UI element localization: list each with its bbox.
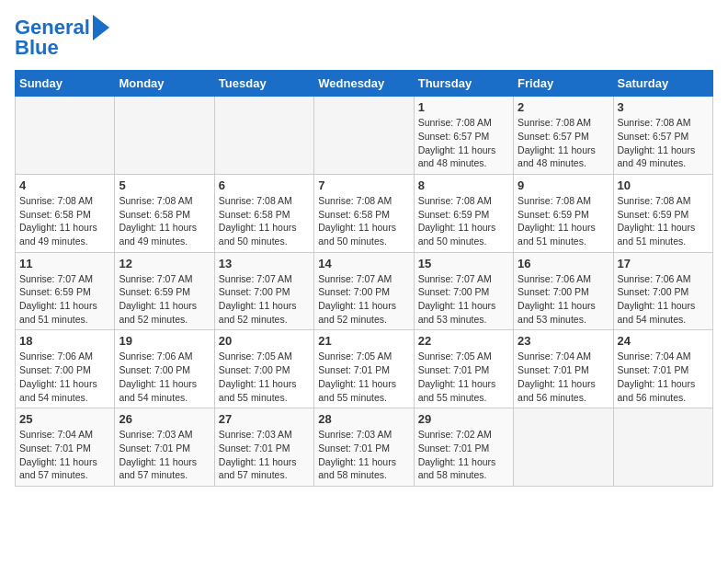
calendar-day-28: 28Sunrise: 7:03 AMSunset: 7:01 PMDayligh…: [314, 408, 414, 487]
day-number: 4: [19, 178, 110, 192]
calendar-week-row: 11Sunrise: 7:07 AMSunset: 6:59 PMDayligh…: [16, 252, 713, 330]
day-number: 26: [119, 412, 210, 426]
day-info: Sunrise: 7:07 AMSunset: 7:00 PMDaylight:…: [418, 272, 509, 327]
day-number: 25: [19, 412, 110, 426]
calendar-day-12: 12Sunrise: 7:07 AMSunset: 6:59 PMDayligh…: [115, 252, 214, 330]
calendar-day-16: 16Sunrise: 7:06 AMSunset: 7:00 PMDayligh…: [514, 252, 613, 330]
day-number: 23: [518, 334, 609, 348]
day-number: 21: [318, 334, 409, 348]
day-info: Sunrise: 7:07 AMSunset: 7:00 PMDaylight:…: [318, 272, 409, 327]
calendar-day-17: 17Sunrise: 7:06 AMSunset: 7:00 PMDayligh…: [613, 252, 712, 330]
calendar-day-29: 29Sunrise: 7:02 AMSunset: 7:01 PMDayligh…: [414, 408, 513, 487]
day-info: Sunrise: 7:06 AMSunset: 7:00 PMDaylight:…: [518, 272, 609, 327]
calendar-day-1: 1Sunrise: 7:08 AMSunset: 6:57 PMDaylight…: [414, 97, 513, 175]
day-info: Sunrise: 7:08 AMSunset: 6:58 PMDaylight:…: [119, 194, 210, 248]
day-number: 12: [119, 257, 210, 270]
calendar-day-10: 10Sunrise: 7:08 AMSunset: 6:59 PMDayligh…: [613, 174, 712, 252]
day-info: Sunrise: 7:07 AMSunset: 6:59 PMDaylight:…: [19, 272, 110, 327]
day-number: 13: [219, 257, 310, 270]
day-number: 6: [219, 178, 310, 192]
calendar-day-23: 23Sunrise: 7:04 AMSunset: 7:01 PMDayligh…: [514, 330, 613, 408]
day-info: Sunrise: 7:08 AMSunset: 6:59 PMDaylight:…: [618, 194, 709, 248]
day-info: Sunrise: 7:08 AMSunset: 6:59 PMDaylight:…: [418, 194, 509, 248]
calendar-header-row: SundayMondayTuesdayWednesdayThursdayFrid…: [16, 71, 713, 97]
calendar-day-15: 15Sunrise: 7:07 AMSunset: 7:00 PMDayligh…: [414, 252, 513, 330]
day-info: Sunrise: 7:07 AMSunset: 7:00 PMDaylight:…: [219, 272, 310, 327]
calendar-day-2: 2Sunrise: 7:08 AMSunset: 6:57 PMDaylight…: [514, 97, 613, 175]
weekday-header-friday: Friday: [514, 71, 613, 97]
day-number: 2: [518, 100, 609, 114]
calendar-day-5: 5Sunrise: 7:08 AMSunset: 6:58 PMDaylight…: [115, 174, 214, 252]
day-number: 11: [19, 257, 110, 270]
weekday-header-tuesday: Tuesday: [214, 71, 313, 97]
calendar-day-6: 6Sunrise: 7:08 AMSunset: 6:58 PMDaylight…: [214, 174, 313, 252]
day-number: 9: [518, 178, 609, 192]
calendar-empty-cell: [16, 97, 115, 175]
day-info: Sunrise: 7:05 AMSunset: 7:00 PMDaylight:…: [219, 350, 310, 404]
day-info: Sunrise: 7:08 AMSunset: 6:59 PMDaylight:…: [518, 194, 609, 248]
day-number: 1: [418, 100, 509, 114]
calendar-empty-cell: [314, 97, 414, 175]
day-info: Sunrise: 7:05 AMSunset: 7:01 PMDaylight:…: [418, 350, 509, 404]
day-info: Sunrise: 7:08 AMSunset: 6:57 PMDaylight:…: [518, 116, 609, 170]
calendar-empty-cell: [613, 408, 712, 487]
day-info: Sunrise: 7:03 AMSunset: 7:01 PMDaylight:…: [318, 428, 409, 482]
weekday-header-monday: Monday: [115, 71, 214, 97]
calendar-day-3: 3Sunrise: 7:08 AMSunset: 6:57 PMDaylight…: [613, 97, 712, 175]
calendar-day-24: 24Sunrise: 7:04 AMSunset: 7:01 PMDayligh…: [613, 330, 712, 408]
weekday-header-thursday: Thursday: [414, 71, 513, 97]
day-info: Sunrise: 7:06 AMSunset: 7:00 PMDaylight:…: [19, 350, 110, 404]
day-number: 3: [618, 100, 709, 114]
calendar-day-25: 25Sunrise: 7:04 AMSunset: 7:01 PMDayligh…: [16, 408, 115, 487]
day-info: Sunrise: 7:08 AMSunset: 6:58 PMDaylight:…: [19, 194, 110, 248]
calendar-day-27: 27Sunrise: 7:03 AMSunset: 7:01 PMDayligh…: [214, 408, 313, 487]
calendar-week-row: 18Sunrise: 7:06 AMSunset: 7:00 PMDayligh…: [16, 330, 713, 408]
calendar-day-21: 21Sunrise: 7:05 AMSunset: 7:01 PMDayligh…: [314, 330, 414, 408]
day-number: 5: [119, 178, 210, 192]
calendar-empty-cell: [115, 97, 214, 175]
logo-blue-text: Blue: [15, 37, 59, 59]
calendar-day-19: 19Sunrise: 7:06 AMSunset: 7:00 PMDayligh…: [115, 330, 214, 408]
calendar-day-7: 7Sunrise: 7:08 AMSunset: 6:58 PMDaylight…: [314, 174, 414, 252]
day-number: 19: [119, 334, 210, 348]
day-number: 10: [618, 178, 709, 192]
day-number: 29: [418, 412, 509, 426]
weekday-header-sunday: Sunday: [16, 71, 115, 97]
day-info: Sunrise: 7:06 AMSunset: 7:00 PMDaylight:…: [618, 272, 709, 327]
calendar-day-14: 14Sunrise: 7:07 AMSunset: 7:00 PMDayligh…: [314, 252, 414, 330]
calendar-day-20: 20Sunrise: 7:05 AMSunset: 7:00 PMDayligh…: [214, 330, 313, 408]
calendar-day-26: 26Sunrise: 7:03 AMSunset: 7:01 PMDayligh…: [115, 408, 214, 487]
calendar-empty-cell: [214, 97, 313, 175]
day-info: Sunrise: 7:03 AMSunset: 7:01 PMDaylight:…: [119, 428, 210, 482]
calendar-day-11: 11Sunrise: 7:07 AMSunset: 6:59 PMDayligh…: [16, 252, 115, 330]
calendar-day-13: 13Sunrise: 7:07 AMSunset: 7:00 PMDayligh…: [214, 252, 313, 330]
day-info: Sunrise: 7:04 AMSunset: 7:01 PMDaylight:…: [19, 428, 110, 482]
calendar-empty-cell: [514, 408, 613, 487]
day-info: Sunrise: 7:06 AMSunset: 7:00 PMDaylight:…: [119, 350, 210, 404]
calendar-table: SundayMondayTuesdayWednesdayThursdayFrid…: [15, 70, 713, 487]
day-number: 8: [418, 178, 509, 192]
calendar-day-18: 18Sunrise: 7:06 AMSunset: 7:00 PMDayligh…: [16, 330, 115, 408]
day-info: Sunrise: 7:04 AMSunset: 7:01 PMDaylight:…: [618, 350, 709, 404]
page-header: General Blue: [15, 15, 713, 59]
day-info: Sunrise: 7:05 AMSunset: 7:01 PMDaylight:…: [318, 350, 409, 404]
day-number: 27: [219, 412, 310, 426]
day-info: Sunrise: 7:03 AMSunset: 7:01 PMDaylight:…: [219, 428, 310, 482]
day-info: Sunrise: 7:08 AMSunset: 6:58 PMDaylight:…: [318, 194, 409, 248]
day-info: Sunrise: 7:08 AMSunset: 6:57 PMDaylight:…: [418, 116, 509, 170]
calendar-day-9: 9Sunrise: 7:08 AMSunset: 6:59 PMDaylight…: [514, 174, 613, 252]
calendar-week-row: 1Sunrise: 7:08 AMSunset: 6:57 PMDaylight…: [16, 97, 713, 175]
day-number: 20: [219, 334, 310, 348]
weekday-header-saturday: Saturday: [613, 71, 712, 97]
day-info: Sunrise: 7:02 AMSunset: 7:01 PMDaylight:…: [418, 428, 509, 482]
day-number: 17: [618, 257, 709, 270]
day-info: Sunrise: 7:08 AMSunset: 6:58 PMDaylight:…: [219, 194, 310, 248]
calendar-week-row: 4Sunrise: 7:08 AMSunset: 6:58 PMDaylight…: [16, 174, 713, 252]
day-number: 22: [418, 334, 509, 348]
day-number: 24: [618, 334, 709, 348]
day-number: 28: [318, 412, 409, 426]
day-number: 16: [518, 257, 609, 270]
day-number: 7: [318, 178, 409, 192]
day-number: 15: [418, 257, 509, 270]
weekday-header-wednesday: Wednesday: [314, 71, 414, 97]
